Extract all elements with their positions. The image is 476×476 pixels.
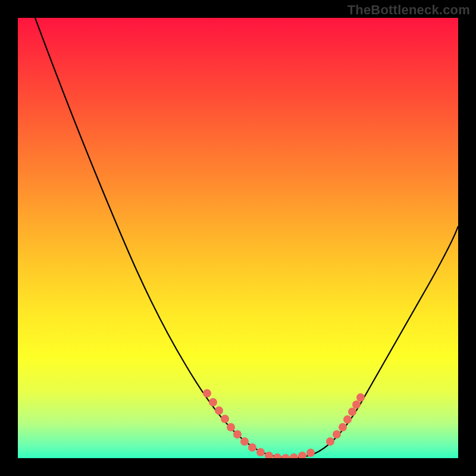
svg-point-11 [281, 454, 290, 458]
svg-point-2 [215, 406, 223, 415]
svg-point-14 [306, 449, 315, 457]
svg-point-8 [256, 448, 265, 456]
bottleneck-curve-path [35, 18, 458, 458]
svg-point-21 [356, 393, 365, 402]
highlight-dots-right [326, 393, 365, 446]
watermark-text: TheBottleneck.com [347, 2, 470, 18]
svg-point-3 [221, 415, 229, 423]
chart-frame: TheBottleneck.com [0, 0, 476, 476]
plot-area [18, 18, 458, 458]
svg-point-10 [273, 453, 281, 458]
svg-point-13 [298, 452, 306, 458]
svg-point-15 [326, 437, 334, 446]
svg-point-1 [209, 398, 217, 406]
svg-point-9 [265, 452, 273, 458]
svg-point-19 [348, 408, 356, 416]
svg-point-5 [233, 430, 242, 439]
svg-point-4 [227, 423, 235, 431]
svg-point-20 [352, 400, 361, 409]
bottleneck-curve-svg [18, 18, 458, 458]
highlight-dots-left [203, 389, 256, 452]
svg-point-6 [240, 437, 249, 446]
svg-point-16 [333, 430, 341, 439]
svg-point-7 [248, 443, 256, 452]
svg-point-12 [290, 453, 298, 458]
svg-point-18 [343, 415, 352, 424]
svg-point-0 [203, 389, 211, 397]
svg-point-17 [339, 423, 347, 431]
